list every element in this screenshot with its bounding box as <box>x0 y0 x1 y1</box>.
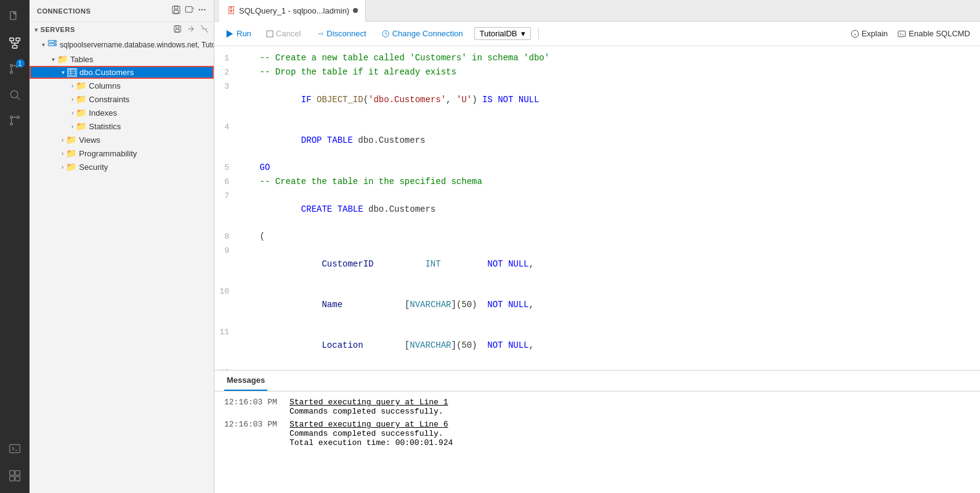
servers-section[interactable]: ▾ SERVERS <box>30 22 214 37</box>
connect-icon[interactable] <box>187 25 195 34</box>
table-name: dbo.Customers <box>79 68 134 77</box>
change-connection-label: Change Connection <box>392 29 463 38</box>
svg-rect-2 <box>15 38 19 41</box>
code-line-11: 11 Location [NVARCHAR](50) NOT NULL, <box>214 325 980 366</box>
messages-content: 12:16:03 PM Started executing query at L… <box>214 391 980 493</box>
extensions-icon[interactable] <box>2 463 27 488</box>
svg-rect-16 <box>9 444 20 452</box>
cancel-button[interactable]: Cancel <box>262 28 304 39</box>
separator <box>538 28 539 40</box>
chevron-down-icon: ▾ <box>34 26 38 33</box>
svg-rect-31 <box>69 70 76 76</box>
chevron-right-icon: › <box>62 164 63 170</box>
terminal-icon[interactable] <box>2 436 27 461</box>
msg-link-2[interactable]: Started executing query at Line 6 <box>290 420 448 429</box>
svg-point-9 <box>10 71 12 74</box>
toolbar-right-actions: Explain Enable SQLCMD <box>848 28 973 39</box>
chevron-down-icon: ▾ <box>42 41 45 48</box>
folder-icon: 📁 <box>76 121 86 131</box>
connections-icon[interactable] <box>2 31 27 55</box>
server-row[interactable]: ▾ sqlpoolservername.database.windows.net… <box>30 37 214 52</box>
tables-row[interactable]: ▾ 📁 Tables <box>30 52 214 66</box>
security-label: Security <box>79 162 108 172</box>
more-options-icon[interactable]: ··· <box>198 5 206 17</box>
search-icon[interactable] <box>2 82 27 107</box>
activity-bar: 1 <box>0 0 30 493</box>
svg-point-8 <box>10 65 12 67</box>
query-tab[interactable]: 🗄 SQLQuery_1 - sqlpoo...ladmin) <box>219 0 366 22</box>
cancel-label: Cancel <box>276 29 301 38</box>
sidebar-actions: ··· <box>171 5 206 17</box>
tree-section: ▾ SERVERS ▾ <box>30 22 214 493</box>
message-row-1: 12:16:03 PM Started executing query at L… <box>224 398 970 416</box>
folder-icon: 📁 <box>66 148 76 158</box>
indexes-row[interactable]: › 📁 Indexes <box>30 106 214 119</box>
source-control-icon[interactable]: 1 <box>2 57 27 81</box>
msg-detail-2b: Total execution time: 00:00:01.924 <box>290 438 453 447</box>
code-line-2: 2 -- Drop the table if it already exists <box>214 65 980 79</box>
messages-tab-bar: Messages <box>214 371 980 391</box>
svg-rect-18 <box>15 471 20 476</box>
chevron-right-icon: › <box>71 96 73 103</box>
add-server-icon[interactable] <box>185 5 195 17</box>
notification-badge: 1 <box>16 59 25 68</box>
git-icon[interactable] <box>2 108 27 133</box>
code-line-12: 12 Email [NVARCHAR](50) NOT NULL <box>214 366 980 370</box>
toolbar: Run Cancel Disconnect Change Connection … <box>214 22 980 46</box>
svg-point-14 <box>10 123 12 126</box>
sqlcmd-icon <box>897 30 906 38</box>
sidebar-header: CONNECTIONS ··· <box>30 0 214 22</box>
run-button[interactable]: Run <box>222 28 255 39</box>
svg-rect-20 <box>15 476 20 481</box>
connections-label: CONNECTIONS <box>37 7 91 15</box>
svg-rect-22 <box>174 6 177 9</box>
views-row[interactable]: › 📁 Views <box>30 133 214 146</box>
folder-icon: 📁 <box>76 94 86 104</box>
folder-icon: 📁 <box>76 108 86 118</box>
svg-marker-35 <box>227 30 233 37</box>
database-selector[interactable]: TutorialDB ▾ <box>474 27 531 40</box>
table-icon <box>67 68 77 77</box>
code-line-1: 1 -- Create a new table called 'Customer… <box>214 51 980 65</box>
disconnect-button[interactable]: Disconnect <box>312 28 370 39</box>
programmability-label: Programmability <box>79 149 137 158</box>
msg-link-1[interactable]: Started executing query at Line 1 <box>290 398 448 407</box>
enable-sqlcmd-button[interactable]: Enable SQLCMD <box>895 28 973 39</box>
files-icon[interactable] <box>2 5 27 30</box>
messages-tab-label: Messages <box>227 375 265 385</box>
disconnect-icon[interactable] <box>200 25 209 34</box>
indexes-label: Indexes <box>89 108 117 118</box>
svg-point-11 <box>10 90 18 98</box>
msg-time-1: 12:16:03 PM <box>224 398 280 416</box>
msg-detail-2a: Commands completed successfully. <box>290 429 453 438</box>
change-connection-icon <box>381 30 390 38</box>
statistics-row[interactable]: › 📁 Statistics <box>30 119 214 133</box>
table-row-customers[interactable]: ▾ dbo.Customers <box>30 66 214 79</box>
save-servers-icon[interactable] <box>171 5 181 17</box>
db-icon: 🗄 <box>227 6 235 15</box>
messages-tab[interactable]: Messages <box>224 371 267 391</box>
security-row[interactable]: › 📁 Security <box>30 160 214 174</box>
message-row-2: 12:16:03 PM Started executing query at L… <box>224 420 970 447</box>
server-icon <box>47 39 57 50</box>
columns-row[interactable]: › 📁 Columns <box>30 79 214 92</box>
folder-icon: 📁 <box>76 81 86 90</box>
modified-dot <box>353 8 358 13</box>
explain-button[interactable]: Explain <box>848 28 891 39</box>
tables-label: Tables <box>70 55 94 64</box>
constraints-row[interactable]: › 📁 Constraints <box>30 92 214 106</box>
run-label: Run <box>237 29 251 38</box>
chevron-right-icon: › <box>62 137 63 143</box>
change-connection-button[interactable]: Change Connection <box>378 28 467 39</box>
programmability-row[interactable]: › 📁 Programmability <box>30 146 214 160</box>
save-icon[interactable] <box>173 25 182 34</box>
chevron-right-icon: › <box>71 123 73 130</box>
database-name: TutorialDB <box>480 29 517 38</box>
svg-point-30 <box>54 44 55 45</box>
svg-rect-21 <box>172 6 180 14</box>
code-line-7: 7 CREATE TABLE dbo.Customers <box>214 189 980 230</box>
msg-time-2: 12:16:03 PM <box>224 420 280 447</box>
code-editor[interactable]: 1 -- Create a new table called 'Customer… <box>214 46 980 370</box>
explain-label: Explain <box>862 29 888 38</box>
chevron-right-icon: › <box>71 110 73 116</box>
